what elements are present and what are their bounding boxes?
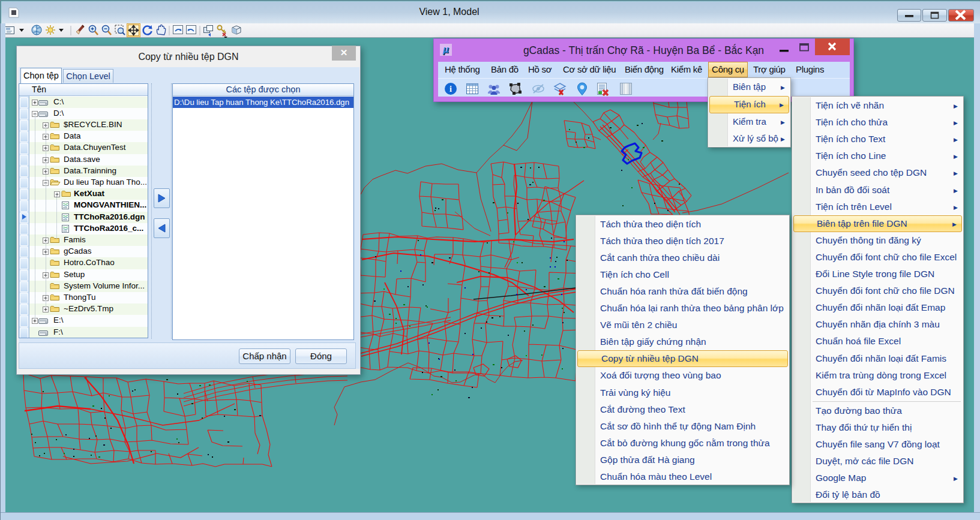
svg-text:i: i: [449, 85, 452, 94]
